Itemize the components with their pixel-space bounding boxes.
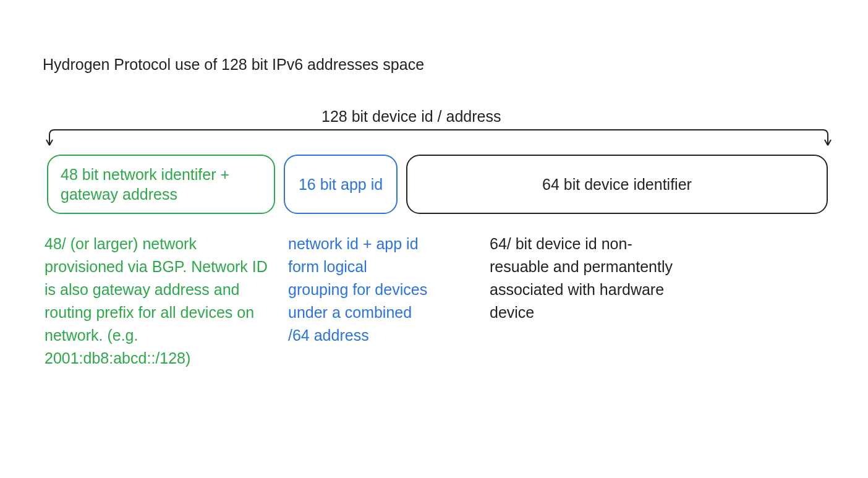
- box-network-id-label: 48 bit network identifer + gateway addre…: [61, 164, 262, 205]
- desc-app-id: network id + app id form logical groupin…: [288, 233, 430, 347]
- box-app-id: 16 bit app id: [284, 155, 398, 214]
- diagram-title: Hydrogen Protocol use of 128 bit IPv6 ad…: [43, 56, 424, 74]
- desc-device-id: 64/ bit device id non-resuable and perma…: [490, 233, 675, 324]
- box-app-id-label: 16 bit app id: [299, 174, 383, 195]
- box-device-id-label: 64 bit device identifier: [542, 174, 692, 195]
- desc-network-id: 48/ (or larger) network provisioned via …: [45, 233, 276, 370]
- span-bracket: [46, 105, 832, 148]
- box-network-id: 48 bit network identifer + gateway addre…: [47, 155, 275, 214]
- box-device-id: 64 bit device identifier: [406, 155, 828, 214]
- address-boxes-row: 48 bit network identifer + gateway addre…: [47, 155, 833, 214]
